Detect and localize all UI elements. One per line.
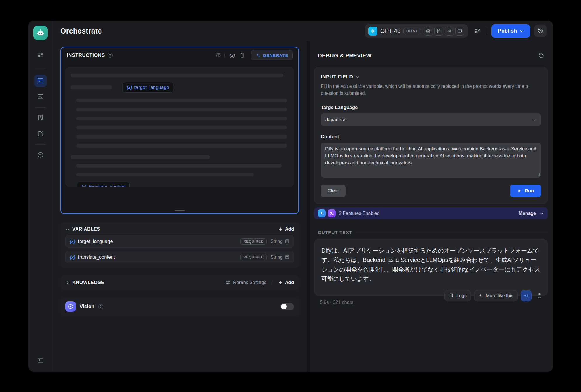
instructions-title: INSTRUCTIONS	[67, 52, 105, 58]
publish-button[interactable]: Publish	[491, 24, 530, 38]
skeleton-line	[76, 135, 287, 139]
chevron-right-icon[interactable]	[65, 281, 70, 285]
skeleton-line	[76, 173, 254, 176]
required-badge: REQUIRED	[240, 238, 267, 245]
target-language-select[interactable]: Japanese	[321, 113, 541, 126]
logs-icon	[449, 293, 454, 298]
chevron-down-icon[interactable]	[65, 227, 70, 232]
variable-name: translate_content	[78, 254, 115, 260]
sidebar-item-annotations[interactable]	[34, 127, 47, 140]
instructions-header: INSTRUCTIONS ? 78 {x} GENERATE	[61, 47, 298, 63]
sparkle-icon	[256, 53, 260, 58]
chevron-down-icon	[532, 118, 536, 122]
model-name: GPT-4o	[380, 28, 400, 34]
model-capability-icons	[424, 27, 464, 36]
model-parameters-icon[interactable]	[472, 25, 483, 36]
topbar: Orchestrate GPT-4o CHAT	[53, 21, 553, 41]
output-actions: Logs More like this	[444, 290, 545, 301]
required-badge: REQUIRED	[240, 254, 267, 260]
add-variable-button[interactable]: Add	[278, 227, 294, 232]
sidebar-item-logs[interactable]	[34, 112, 47, 124]
skeleton-line	[76, 117, 287, 120]
variable-type: String	[270, 255, 290, 260]
pane-resize-divider[interactable]	[307, 41, 310, 372]
variable-tag-target-language[interactable]: {x}target_language	[123, 82, 173, 93]
clipboard-icon	[537, 293, 542, 299]
chevron-down-icon	[519, 29, 524, 33]
rerank-settings-button[interactable]: Rerank Settings	[225, 280, 266, 285]
chevron-down-icon	[356, 75, 360, 79]
document-capability-icon	[434, 27, 443, 36]
speaker-icon	[524, 293, 529, 298]
sidebar-item-orchestrate[interactable]	[34, 75, 47, 87]
generate-button[interactable]: GENERATE	[251, 50, 293, 60]
skeleton-line	[76, 144, 287, 148]
sidebar-item-monitoring[interactable]	[34, 149, 47, 161]
string-type-icon[interactable]	[285, 239, 290, 244]
skeleton-line	[76, 99, 287, 102]
text-to-speech-button[interactable]	[521, 290, 532, 301]
features-bar[interactable]: 2 Features Enabled Manage	[314, 207, 548, 219]
output-text-title: OUTPUT TEXT	[318, 230, 352, 235]
sliders-icon	[225, 280, 230, 285]
openai-logo-icon	[368, 27, 377, 36]
copy-output-button[interactable]	[535, 290, 545, 301]
manage-features-button[interactable]: Manage	[519, 211, 544, 216]
output-card: Difyは、AIアプリケーションを構築するためのオープンソースプラットフォームで…	[314, 239, 548, 296]
insert-variable-icon[interactable]: {x}	[228, 51, 236, 59]
generate-label: GENERATE	[263, 53, 288, 58]
more-like-this-button[interactable]: More like this	[474, 290, 518, 301]
variable-name: target_language	[78, 239, 113, 244]
logs-button[interactable]: Logs	[444, 290, 471, 301]
help-icon[interactable]: ?	[98, 304, 103, 309]
resize-handle[interactable]	[175, 210, 185, 211]
run-label: Run	[525, 188, 534, 194]
video-capability-icon	[455, 27, 464, 36]
debug-preview-title: DEBUG & PREVIEW	[318, 52, 372, 59]
header-divider	[272, 280, 272, 285]
play-icon	[517, 189, 522, 193]
content-input[interactable]: Dify is an open-source platform for buil…	[321, 143, 541, 178]
audio-capability-icon	[445, 27, 454, 36]
skeleton-line	[71, 155, 210, 159]
string-type-icon[interactable]	[285, 255, 290, 260]
knowledge-title: KNOWLEDGE	[72, 280, 104, 285]
add-label: Add	[285, 227, 294, 232]
add-knowledge-button[interactable]: Add	[278, 280, 294, 285]
skeleton-line	[71, 74, 283, 77]
instructions-editor[interactable]: INSTRUCTIONS ? 78 {x} GENERATE	[60, 47, 299, 214]
app-window: Orchestrate GPT-4o CHAT	[28, 21, 553, 372]
target-language-label: Targe Language	[321, 105, 541, 110]
sidebar-item-terminal[interactable]	[34, 90, 47, 103]
help-icon[interactable]: ?	[108, 53, 113, 58]
manage-label: Manage	[519, 211, 536, 216]
reset-conversation-button[interactable]	[536, 51, 546, 61]
copy-prompt-icon[interactable]	[239, 51, 246, 59]
model-selector[interactable]: GPT-4o CHAT	[365, 24, 468, 38]
logs-label: Logs	[456, 293, 467, 298]
model-mode-badge: CHAT	[403, 28, 421, 34]
output-divider	[356, 232, 548, 232]
sparkle-icon	[478, 293, 483, 298]
orchestrate-settings-icon[interactable]	[34, 49, 47, 61]
add-label: Add	[285, 280, 294, 285]
input-field-header[interactable]: INPUT FIELD	[321, 74, 541, 80]
vision-toggle[interactable]	[280, 303, 294, 310]
version-history-button[interactable]	[534, 25, 547, 37]
vision-capability-icon	[424, 27, 433, 36]
variable-tag-translate-content[interactable]: {x}translate_content	[77, 182, 130, 187]
plus-icon	[278, 227, 283, 232]
run-button[interactable]: Run	[510, 185, 541, 197]
variable-row-target-language[interactable]: {x} target_language REQUIRED String	[65, 235, 294, 248]
robot-icon	[36, 29, 45, 37]
more-like-this-label: More like this	[486, 293, 513, 298]
vision-section: Vision ?	[60, 297, 299, 316]
app-robot-icon[interactable]	[33, 26, 48, 40]
collapse-sidebar-icon[interactable]	[34, 354, 47, 366]
plus-icon	[278, 280, 283, 285]
clear-button[interactable]: Clear	[321, 185, 346, 197]
rail-divider	[35, 144, 46, 145]
variable-row-translate-content[interactable]: {x} translate_content REQUIRED String	[65, 251, 294, 263]
prompt-skeleton: {x}target_language {x}translate_content	[65, 67, 294, 187]
variables-title: VARIABLES	[72, 227, 100, 232]
